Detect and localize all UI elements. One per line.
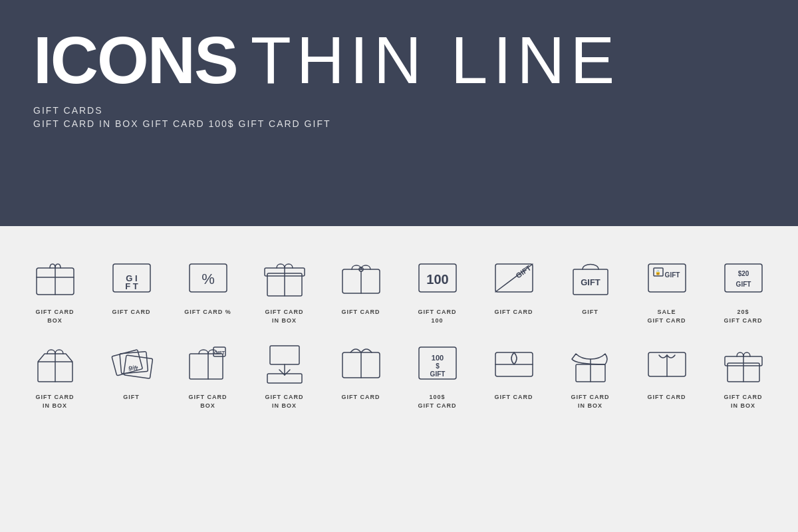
list-item: GIFT CARD [634,338,700,402]
icon-label: 20$GIFT CARD [724,308,763,325]
subtitle2: GIFT CARD IN BOX GIFT CARD 100$ GIFT CAR… [33,118,765,129]
icons-section: GIFT CARDBOX G I F T GIFT CARD % GIFT CA [0,226,798,430]
list-item: % GIFT CARD % [175,253,241,317]
svg-text:$: $ [436,362,440,370]
list-item: GIFT CARDBOX [22,253,88,325]
svg-text:%: % [201,271,215,287]
gift-card-diagonal-icon: GIFT [487,253,541,303]
gift-card-in-box-lid-icon [717,338,770,388]
svg-text:100: 100 [426,272,448,287]
sale-gift-card-icon: 🔒 GIFT [640,253,694,303]
list-item: 100 $ GIFT 100$GIFT CARD [404,338,471,410]
svg-text:GIFT: GIFT [430,370,445,378]
icon-label: GIFT CARDIN BOX [265,308,304,325]
icon-label: GIFT CARD [648,393,686,402]
list-item: $20 GIFT 20$GIFT CARD [710,253,777,325]
svg-text:F T: F T [125,281,138,291]
icon-label: GIFT CARD [342,393,380,402]
list-item: GIFT CARDIN BOX [251,338,318,410]
list-item: GIFT GIFT CARD [481,253,547,317]
icon-label: SALEGIFT CARD [648,308,686,325]
svg-text:GIFT: GIFT [735,281,751,288]
20-gift-card-icon: $20 GIFT [717,253,770,303]
gift-card-bow-icon [334,253,388,303]
svg-rect-32 [123,355,152,378]
title-bold: ICONS [33,27,237,93]
gift-card-in-box-arrow-icon [258,338,311,388]
icon-label: GIFT [123,393,140,402]
icon-label: GIFT CARDBOX [189,393,227,410]
icon-label: 100$GIFT CARD [418,393,457,410]
gift-card-horizontal-bow-icon [487,338,541,388]
icon-label: GIFT CARD [495,308,533,317]
svg-text:GIFT: GIFT [664,271,680,279]
subtitle1: GIFT CARDS [33,105,765,116]
gift-multiple-icon: gift [105,338,158,388]
svg-rect-34 [190,354,223,379]
list-item: GIFT CARDIN BOX [557,338,624,410]
icon-label: GIFT CARDIN BOX [571,393,610,410]
icon-label: GIFT CARD100 [418,308,457,325]
gift-card-simple-bow-icon [640,338,694,388]
list-item: GIFT CARD [481,338,547,402]
svg-text:GIFT: GIFT [581,277,600,287]
icon-row-1: GIFT CARDBOX G I F T GIFT CARD % GIFT CA [20,253,778,325]
list-item: GIFT CARDIN BOX [710,338,777,410]
header: ICONS THIN LINE GIFT CARDS GIFT CARD IN … [0,0,798,226]
icon-label: GIFT CARD % [184,308,231,317]
svg-text:🔒: 🔒 [654,269,660,275]
list-item: GIFT GIFT CARDBOX [175,338,241,410]
gift-card-box-icon [29,253,82,303]
svg-text:gift: gift [128,364,138,372]
icon-label: GIFT [582,308,598,317]
svg-rect-38 [270,346,299,364]
title-thin: THIN LINE [251,27,620,93]
list-item: GIFT CARDIN BOX [22,338,88,410]
list-item: GIFT CARDIN BOX [251,253,318,325]
icon-label: GIFT CARDIN BOX [36,393,74,410]
gift-card-100-icon: 100 [411,253,464,303]
list-item: GIFT CARD [328,253,394,317]
list-item: 100 GIFT CARD100 [404,253,471,325]
gift-card-ribbon-icon [334,338,388,388]
icon-row-2: GIFT CARDIN BOX gift GIFT GIFT [20,338,778,410]
icon-label: GIFT CARD [495,393,533,402]
gift-card-in-box-open-icon [29,338,82,388]
svg-text:100: 100 [431,354,443,362]
gift-bag-icon: GIFT [564,253,617,303]
svg-text:$20: $20 [737,270,749,277]
gift-card-box-tag-icon: GIFT [182,338,235,388]
icon-label: GIFT CARDIN BOX [724,393,763,410]
list-item: GIFT GIFT [557,253,624,317]
main-title: ICONS THIN LINE [33,27,765,93]
list-item: G I F T GIFT CARD [98,253,165,317]
gift-card-open-box-icon [564,338,617,388]
gift-card-in-box-icon [258,253,311,303]
list-item: 🔒 GIFT SALEGIFT CARD [634,253,700,325]
list-item: gift GIFT [98,338,165,402]
icon-label: GIFT CARDIN BOX [265,393,304,410]
gift-card-percent-icon: % [182,253,235,303]
icon-label: GIFT CARD [342,308,380,317]
list-item: GIFT CARD [328,338,394,402]
icon-label: GIFT CARD [112,308,151,317]
gift-card-icon: G I F T [105,253,158,303]
icon-label: GIFT CARDBOX [36,308,74,325]
svg-text:GIFT: GIFT [214,350,225,355]
100-dollar-gift-card-icon: 100 $ GIFT [411,338,464,388]
